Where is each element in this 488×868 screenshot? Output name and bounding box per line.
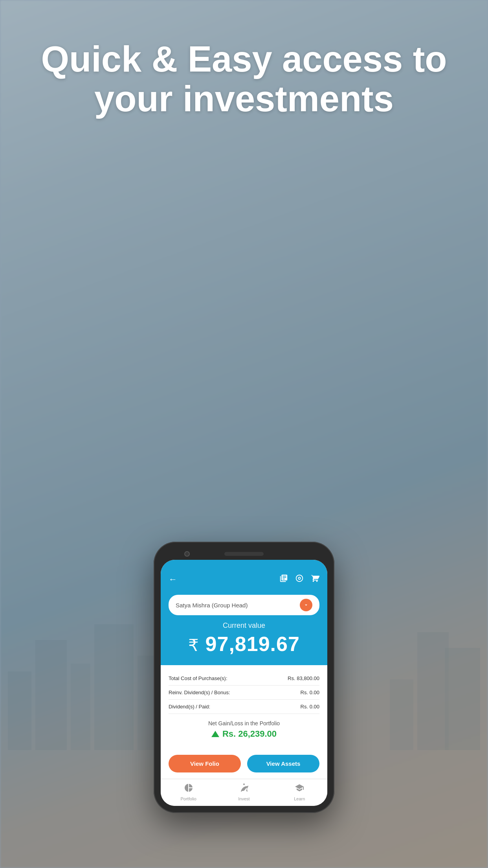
dividend-value: Rs. 0.00 bbox=[301, 690, 319, 695]
paid-value: Rs. 0.00 bbox=[301, 704, 319, 710]
invest-label: Invest bbox=[238, 796, 250, 801]
net-gain-value: Rs. 26,239.00 bbox=[169, 729, 319, 739]
detail-row-dividend: Reinv. Dividend(s) / Bonus: Rs. 0.00 bbox=[169, 686, 319, 700]
status-bar bbox=[161, 560, 327, 569]
detail-row-purchase: Total Cost of Purchase(s): Rs. 83,800.00 bbox=[169, 671, 319, 686]
phone-mockup: ← bbox=[154, 542, 334, 813]
phone-body: ← bbox=[154, 542, 334, 813]
target-icon[interactable] bbox=[295, 574, 304, 585]
detail-row-paid: Dividend(s) / Paid: Rs. 0.00 bbox=[169, 700, 319, 714]
book-icon[interactable] bbox=[279, 574, 288, 585]
amount-value: 97,819.67 bbox=[205, 633, 300, 655]
nav-item-invest[interactable]: Invest bbox=[216, 783, 272, 801]
dropdown-button[interactable] bbox=[300, 599, 312, 611]
headline-text: Quick & Easy access to your investments bbox=[24, 39, 464, 119]
current-value-label: Current value bbox=[169, 622, 319, 630]
currency-symbol: ₹ bbox=[188, 636, 199, 655]
nav-item-learn[interactable]: Learn bbox=[272, 783, 327, 801]
app-header: ← bbox=[161, 569, 327, 589]
purchase-value: Rs. 83,800.00 bbox=[288, 675, 319, 681]
purchase-label: Total Cost of Purchase(s): bbox=[169, 675, 227, 681]
dividend-label: Reinv. Dividend(s) / Bonus: bbox=[169, 690, 230, 695]
learn-label: Learn bbox=[294, 796, 305, 801]
user-name: Satya Mishra (Group Head) bbox=[176, 602, 248, 609]
action-buttons: View Folio View Assets bbox=[161, 750, 327, 779]
headline-section: Quick & Easy access to your investments bbox=[0, 39, 488, 119]
phone-screen: ← bbox=[161, 560, 327, 806]
net-gain-section: Net Gain/Loss in the Portfolio Rs. 26,23… bbox=[169, 714, 319, 744]
paid-label: Dividend(s) / Paid: bbox=[169, 704, 210, 710]
blue-content-area: Satya Mishra (Group Head) Current value … bbox=[161, 589, 327, 665]
invest-icon bbox=[239, 783, 249, 795]
up-arrow-icon bbox=[211, 731, 219, 737]
phone-speaker bbox=[224, 552, 264, 556]
view-assets-button[interactable]: View Assets bbox=[247, 755, 319, 772]
cart-icon[interactable] bbox=[311, 574, 319, 585]
bottom-navigation: Portfolio Invest L bbox=[161, 779, 327, 806]
current-value-amount: ₹ 97,819.67 bbox=[169, 632, 319, 656]
phone-top-bar bbox=[161, 549, 327, 560]
user-selector[interactable]: Satya Mishra (Group Head) bbox=[169, 595, 319, 615]
portfolio-label: Portfolio bbox=[180, 796, 196, 801]
learn-icon bbox=[295, 783, 304, 795]
phone-camera bbox=[184, 551, 190, 557]
nav-item-portfolio[interactable]: Portfolio bbox=[161, 783, 216, 801]
net-gain-label: Net Gain/Loss in the Portfolio bbox=[169, 720, 319, 726]
view-folio-button[interactable]: View Folio bbox=[169, 755, 241, 772]
header-icons bbox=[279, 574, 319, 585]
gain-amount: Rs. 26,239.00 bbox=[222, 729, 277, 739]
details-area: Total Cost of Purchase(s): Rs. 83,800.00… bbox=[161, 665, 327, 750]
portfolio-icon bbox=[184, 783, 193, 795]
back-button[interactable]: ← bbox=[169, 574, 177, 585]
